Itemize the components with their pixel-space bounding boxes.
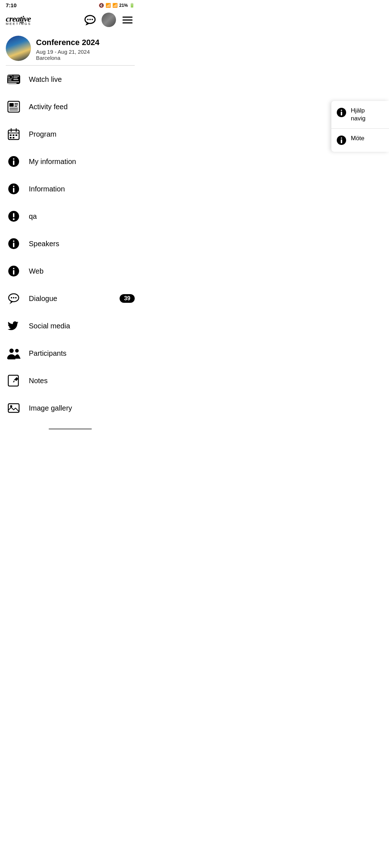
svg-rect-40 bbox=[13, 243, 14, 247]
menu-item-my-information[interactable]: My information bbox=[0, 148, 140, 175]
menu-item-web[interactable]: Web bbox=[0, 257, 140, 285]
svg-point-39 bbox=[13, 240, 14, 242]
signal-icon: 📶 bbox=[112, 3, 118, 8]
activity-feed-label: Activity feed bbox=[29, 103, 135, 111]
chat-button[interactable] bbox=[83, 13, 97, 27]
image-gallery-label: Image gallery bbox=[29, 404, 135, 412]
svg-rect-15 bbox=[14, 103, 18, 104]
battery-icon: 🔋 bbox=[129, 3, 135, 8]
wifi-icon: 📶 bbox=[106, 3, 111, 8]
svg-point-46 bbox=[13, 297, 14, 298]
svg-rect-17 bbox=[14, 106, 17, 107]
svg-rect-16 bbox=[14, 105, 18, 105]
svg-rect-11 bbox=[8, 81, 19, 82]
svg-rect-54 bbox=[8, 404, 19, 412]
conference-section: Conference 2024 Aug 19 - Aug 21, 2024 Ba… bbox=[0, 30, 140, 65]
svg-rect-25 bbox=[13, 134, 14, 136]
menu-item-speakers[interactable]: Speakers bbox=[0, 230, 140, 257]
youtube-icon: ▶ bbox=[6, 71, 22, 87]
svg-point-2 bbox=[89, 19, 91, 20]
svg-point-49 bbox=[15, 349, 19, 353]
program-label: Program bbox=[29, 130, 135, 138]
svg-rect-28 bbox=[13, 137, 14, 138]
mute-icon: 🔇 bbox=[99, 3, 104, 8]
svg-rect-52 bbox=[8, 375, 18, 386]
svg-rect-8 bbox=[13, 78, 18, 78]
header-action-icons bbox=[83, 13, 135, 27]
dialogue-label: Dialogue bbox=[29, 294, 112, 303]
speakers-label: Speakers bbox=[29, 240, 135, 248]
image-icon bbox=[6, 400, 22, 416]
svg-rect-43 bbox=[13, 270, 14, 275]
watch-live-label: Watch live bbox=[29, 75, 135, 84]
conference-info: Conference 2024 Aug 19 - Aug 21, 2024 Ba… bbox=[36, 36, 135, 61]
menu-item-program[interactable]: Program bbox=[0, 120, 140, 148]
hamburger-menu-button[interactable] bbox=[120, 13, 135, 27]
svg-rect-14 bbox=[9, 103, 14, 107]
home-indicator bbox=[0, 425, 140, 433]
newspaper-icon bbox=[6, 99, 22, 115]
social-media-label: Social media bbox=[29, 322, 135, 330]
info-circle-icon-web bbox=[6, 263, 22, 279]
hamburger-line-3 bbox=[122, 22, 133, 23]
people-icon bbox=[6, 345, 22, 361]
svg-point-42 bbox=[13, 268, 14, 269]
status-icons: 🔇 📶 📶 21% 🔋 bbox=[99, 3, 135, 8]
conference-dates: Aug 19 - Aug 21, 2024 bbox=[36, 49, 135, 55]
avatar-image bbox=[102, 13, 116, 27]
svg-rect-12 bbox=[8, 83, 17, 84]
svg-point-1 bbox=[87, 19, 89, 20]
battery-text: 21% bbox=[119, 3, 128, 8]
app-header: creative MEETINGS bbox=[0, 10, 140, 30]
svg-point-45 bbox=[11, 297, 12, 298]
menu-item-social-media[interactable]: Social media bbox=[0, 312, 140, 340]
participants-label: Participants bbox=[29, 349, 135, 358]
twitter-icon bbox=[6, 318, 22, 334]
pencil-square-icon bbox=[6, 373, 22, 389]
menu-item-activity-feed[interactable]: Activity feed bbox=[0, 93, 140, 120]
status-time: 7:10 bbox=[6, 2, 17, 8]
conference-image bbox=[6, 36, 31, 61]
hamburger-line-2 bbox=[122, 19, 133, 21]
svg-rect-18 bbox=[9, 108, 18, 108]
menu-item-participants[interactable]: Participants bbox=[0, 340, 140, 367]
info-circle-icon-information bbox=[6, 181, 22, 197]
menu-item-notes[interactable]: Notes bbox=[0, 367, 140, 394]
conference-location: Barcelona bbox=[36, 55, 135, 61]
user-avatar-button[interactable] bbox=[102, 13, 116, 27]
svg-point-3 bbox=[91, 19, 93, 20]
dialogue-badge: 39 bbox=[120, 294, 135, 303]
svg-rect-13 bbox=[8, 101, 19, 112]
my-information-label: My information bbox=[29, 158, 135, 166]
menu-item-watch-live[interactable]: ▶ Watch live bbox=[0, 66, 140, 93]
qa-label: qa bbox=[29, 212, 135, 221]
home-bar bbox=[49, 428, 92, 430]
info-circle-icon-speakers bbox=[6, 236, 22, 252]
svg-rect-36 bbox=[13, 213, 14, 217]
chat-bubble-icon bbox=[6, 291, 22, 306]
info-circle-icon-my-info bbox=[6, 154, 22, 169]
svg-rect-19 bbox=[9, 110, 18, 110]
conference-title: Conference 2024 bbox=[36, 38, 135, 47]
notes-label: Notes bbox=[29, 377, 135, 385]
menu-item-information[interactable]: Information bbox=[0, 175, 140, 203]
svg-rect-10 bbox=[8, 80, 12, 80]
svg-point-30 bbox=[13, 158, 14, 160]
status-bar: 7:10 🔇 📶 📶 21% 🔋 bbox=[0, 0, 140, 10]
menu-item-dialogue[interactable]: Dialogue 39 bbox=[0, 285, 140, 312]
svg-point-37 bbox=[13, 218, 15, 220]
conference-image-inner bbox=[6, 36, 31, 61]
svg-rect-27 bbox=[10, 137, 12, 138]
logo-main-text: creative bbox=[6, 14, 31, 23]
app-logo: creative MEETINGS bbox=[6, 14, 31, 26]
menu-item-image-gallery[interactable]: Image gallery bbox=[0, 394, 140, 422]
svg-rect-26 bbox=[15, 134, 17, 136]
hamburger-line-1 bbox=[122, 17, 133, 18]
menu-item-qa[interactable]: qa bbox=[0, 203, 140, 230]
navigation-menu: ▶ Watch live Activit bbox=[0, 66, 140, 422]
svg-rect-34 bbox=[13, 188, 14, 192]
svg-rect-7 bbox=[13, 76, 19, 76]
svg-rect-9 bbox=[13, 79, 18, 80]
web-label: Web bbox=[29, 267, 135, 275]
svg-point-48 bbox=[9, 349, 14, 353]
